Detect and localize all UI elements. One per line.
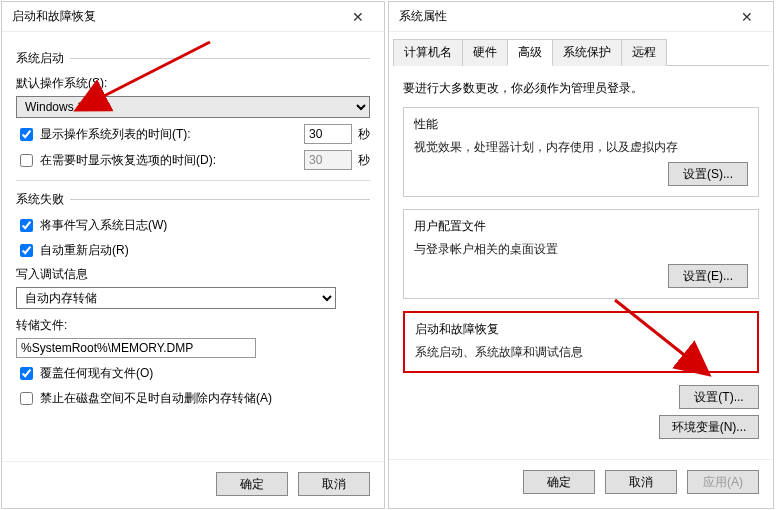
startup-recovery-settings-button[interactable]: 设置(T)... <box>679 385 759 409</box>
show-os-list-checkbox-label[interactable]: 显示操作系统列表的时间(T): <box>16 125 191 144</box>
seconds-label-2: 秒 <box>358 152 370 169</box>
section-startup-label: 系统启动 <box>16 50 370 67</box>
debug-info-label: 写入调试信息 <box>16 266 370 283</box>
titlebar: 启动和故障恢复 ✕ <box>2 2 384 32</box>
dialog-title: 启动和故障恢复 <box>12 8 338 25</box>
auto-restart-text: 自动重新启动(R) <box>40 242 129 259</box>
tab-bar: 计算机名 硬件 高级 系统保护 远程 <box>393 38 769 66</box>
show-os-list-checkbox[interactable] <box>20 128 33 141</box>
ok-button[interactable]: 确定 <box>523 470 595 494</box>
close-icon[interactable]: ✕ <box>727 9 767 25</box>
seconds-label: 秒 <box>358 126 370 143</box>
tab-hardware[interactable]: 硬件 <box>462 39 508 66</box>
dump-file-input[interactable] <box>16 338 256 358</box>
auto-restart-checkbox[interactable] <box>20 244 33 257</box>
auto-restart-checkbox-label[interactable]: 自动重新启动(R) <box>16 241 129 260</box>
show-recovery-checkbox[interactable] <box>20 154 33 167</box>
default-os-label: 默认操作系统(S): <box>16 75 370 92</box>
performance-settings-button[interactable]: 设置(S)... <box>668 162 748 186</box>
disable-autodelete-checkbox-label[interactable]: 禁止在磁盘空间不足时自动删除内存转储(A) <box>16 389 272 408</box>
close-icon[interactable]: ✕ <box>338 9 378 25</box>
overwrite-checkbox[interactable] <box>20 367 33 380</box>
show-recovery-checkbox-label[interactable]: 在需要时显示恢复选项的时间(D): <box>16 151 216 170</box>
dump-file-label: 转储文件: <box>16 317 370 334</box>
overwrite-checkbox-label[interactable]: 覆盖任何现有文件(O) <box>16 364 153 383</box>
divider <box>16 180 370 181</box>
tab-advanced[interactable]: 高级 <box>507 39 553 66</box>
debug-info-select[interactable]: 自动内存转储 <box>16 287 336 309</box>
group-performance-title: 性能 <box>414 116 748 133</box>
environment-variables-button[interactable]: 环境变量(N)... <box>659 415 759 439</box>
group-performance: 性能 视觉效果，处理器计划，内存使用，以及虚拟内存 设置(S)... <box>403 107 759 197</box>
disable-autodelete-text: 禁止在磁盘空间不足时自动删除内存转储(A) <box>40 390 272 407</box>
show-recovery-text: 在需要时显示恢复选项的时间(D): <box>40 152 216 169</box>
show-os-list-text: 显示操作系统列表的时间(T): <box>40 126 191 143</box>
write-event-checkbox-label[interactable]: 将事件写入系统日志(W) <box>16 216 167 235</box>
group-startup-recovery-title: 启动和故障恢复 <box>415 321 747 338</box>
show-os-list-time-input[interactable] <box>304 124 352 144</box>
dialog-title: 系统属性 <box>399 8 727 25</box>
startup-recovery-dialog: 启动和故障恢复 ✕ 系统启动 默认操作系统(S): Windows 10 显示操… <box>1 1 385 509</box>
ok-button[interactable]: 确定 <box>216 472 288 496</box>
default-os-select[interactable]: Windows 10 <box>16 96 370 118</box>
tab-system-protection[interactable]: 系统保护 <box>552 39 622 66</box>
admin-note: 要进行大多数更改，你必须作为管理员登录。 <box>403 80 759 97</box>
tab-remote[interactable]: 远程 <box>621 39 667 66</box>
apply-button[interactable]: 应用(A) <box>687 470 759 494</box>
group-startup-recovery: 启动和故障恢复 系统启动、系统故障和调试信息 <box>403 311 759 373</box>
group-user-profiles-title: 用户配置文件 <box>414 218 748 235</box>
system-properties-dialog: 系统属性 ✕ 计算机名 硬件 高级 系统保护 远程 要进行大多数更改，你必须作为… <box>388 1 774 509</box>
group-user-profiles-desc: 与登录帐户相关的桌面设置 <box>414 241 748 258</box>
section-failure-label: 系统失败 <box>16 191 370 208</box>
cancel-button[interactable]: 取消 <box>605 470 677 494</box>
user-profiles-settings-button[interactable]: 设置(E)... <box>668 264 748 288</box>
titlebar: 系统属性 ✕ <box>389 2 773 32</box>
overwrite-text: 覆盖任何现有文件(O) <box>40 365 153 382</box>
show-recovery-time-input <box>304 150 352 170</box>
write-event-checkbox[interactable] <box>20 219 33 232</box>
group-user-profiles: 用户配置文件 与登录帐户相关的桌面设置 设置(E)... <box>403 209 759 299</box>
write-event-text: 将事件写入系统日志(W) <box>40 217 167 234</box>
disable-autodelete-checkbox[interactable] <box>20 392 33 405</box>
cancel-button[interactable]: 取消 <box>298 472 370 496</box>
group-startup-recovery-desc: 系统启动、系统故障和调试信息 <box>415 344 747 361</box>
tab-computer-name[interactable]: 计算机名 <box>393 39 463 66</box>
group-performance-desc: 视觉效果，处理器计划，内存使用，以及虚拟内存 <box>414 139 748 156</box>
